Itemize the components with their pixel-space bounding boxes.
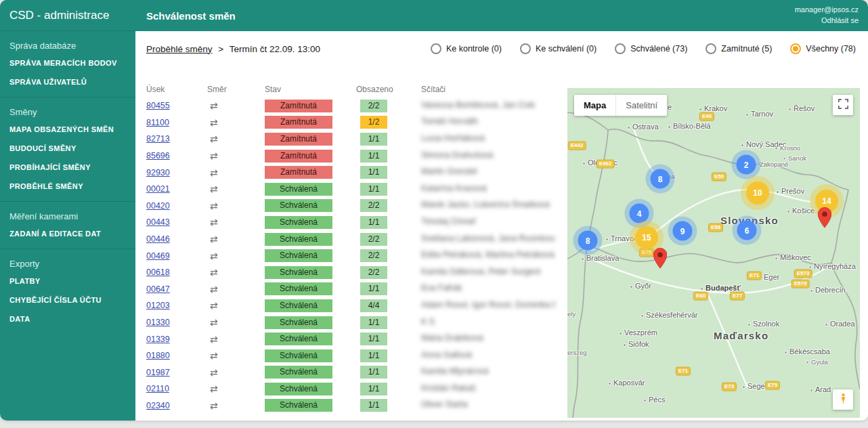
usek-link[interactable]: 01203 xyxy=(146,301,170,310)
status-badge: Schválená xyxy=(265,333,332,345)
road-badge: E40 xyxy=(699,112,714,121)
marker-cluster[interactable]: 15 xyxy=(635,226,658,249)
usek-link[interactable]: 92930 xyxy=(146,168,170,177)
table-row: 80455⇄Zamítnutá2/2Vanessa Bombicová, Jan… xyxy=(146,98,557,114)
usek-link[interactable]: 01339 xyxy=(146,335,170,344)
occupancy-badge: 1/1 xyxy=(360,282,387,295)
sidebar-item-spr-va-merac-ch-bodov[interactable]: SPRÁVA MERACÍCH BODOV xyxy=(0,53,135,72)
city-dot-icon xyxy=(623,343,626,347)
breadcrumb: Proběhlé směny > Termín čt 22.09. 13:00 xyxy=(146,44,320,54)
sidebar-item-chyb-j-c-sla-tu[interactable]: CHYBĚJÍCÍ ČÍSLA ÚČTU xyxy=(0,291,135,309)
marker-cluster[interactable]: 4 xyxy=(630,204,649,223)
fullscreen-button[interactable] xyxy=(833,95,853,115)
radio-icon xyxy=(431,43,441,54)
direction-both-icon: ⇄ xyxy=(207,184,218,194)
counters-names: Timotej Chmeľ xyxy=(421,217,476,226)
city-dot-icon xyxy=(825,323,828,326)
filter-radio-option[interactable]: Schválené (73) xyxy=(615,43,687,54)
radio-icon xyxy=(520,43,531,54)
logout-link[interactable]: Odhlásit se xyxy=(795,16,859,26)
sidebar-item-zadan-a-editace-dat[interactable]: ZADANÍ A EDITACE DAT xyxy=(0,224,135,243)
sidebar-item-prob-haj-c-sm-ny[interactable]: PROBÍHAJÍCÍ SMĚNY xyxy=(0,158,135,177)
map-tab-map[interactable]: Mapa xyxy=(574,95,615,116)
usek-link[interactable]: 00446 xyxy=(146,234,170,244)
occupancy-badge: 1/1 xyxy=(360,150,387,163)
occupancy-badge: 2/2 xyxy=(360,199,387,212)
counters-names: Katarína Krasová xyxy=(421,184,487,193)
map-pin-icon[interactable] xyxy=(818,207,831,231)
usek-link[interactable]: 01987 xyxy=(146,368,170,377)
usek-link[interactable]: 85696 xyxy=(146,151,170,160)
sidebar-item-mapa-obsazen-ch-sm-n[interactable]: MAPA OBSAZENÝCH SMĚN xyxy=(0,120,135,139)
marker-cluster[interactable]: 8 xyxy=(578,231,598,251)
map-city-label: Nyíregyháza xyxy=(808,262,856,270)
marker-cluster[interactable]: 6 xyxy=(737,221,757,240)
usek-link[interactable]: 00618 xyxy=(146,268,170,277)
city-dot-icon xyxy=(741,144,744,147)
direction-both-icon: ⇄ xyxy=(207,234,218,244)
city-dot-icon xyxy=(699,108,702,111)
city-dot-icon xyxy=(742,385,745,389)
direction-both-icon: ⇄ xyxy=(207,300,218,311)
marker-cluster[interactable]: 9 xyxy=(673,221,693,241)
sidebar-item-budouc-sm-ny[interactable]: BUDOUCÍ SMĚNY xyxy=(0,139,135,158)
filter-label: Ke kontrole (0) xyxy=(446,44,502,53)
breadcrumb-link[interactable]: Proběhlé směny xyxy=(146,44,213,54)
usek-link[interactable]: 00420 xyxy=(146,201,170,211)
usek-link[interactable]: 02340 xyxy=(146,401,170,410)
map-tab-satellite[interactable]: Satelitní xyxy=(615,95,667,116)
filter-radio-option[interactable]: Ke schválení (0) xyxy=(520,43,596,54)
usek-link[interactable]: 02110 xyxy=(146,384,169,393)
map-pin-icon[interactable] xyxy=(653,248,667,272)
usek-link[interactable]: 00021 xyxy=(146,184,170,194)
direction-both-icon: ⇄ xyxy=(207,133,218,144)
map-panel[interactable]: SlovenskoMaďarskoKatoviceKrakovTarnovŘeš… xyxy=(567,88,860,418)
marker-cluster[interactable]: 8 xyxy=(651,169,670,189)
city-dot-icon xyxy=(643,399,647,402)
sidebar-item-prob-hl-sm-ny[interactable]: PROBĚHLÉ SMĚNY xyxy=(0,177,135,196)
table-row: 00420⇄Schválená2/2Marek Jacko, Ľubomíra … xyxy=(146,198,557,215)
usek-link[interactable]: 00443 xyxy=(146,217,170,227)
usek-link[interactable]: 81100 xyxy=(146,118,169,127)
counters-names: Tomáš Horváth xyxy=(421,116,478,126)
map-city-label: Krosno xyxy=(775,144,800,152)
usek-link[interactable]: 00647 xyxy=(146,284,170,294)
usek-link[interactable]: 01330 xyxy=(146,318,170,327)
usek-link[interactable]: 00469 xyxy=(146,251,170,261)
occupancy-badge: 1/1 xyxy=(360,383,387,395)
map-city-label: ely xyxy=(567,310,576,318)
sidebar-item-data[interactable]: DATA xyxy=(0,309,135,328)
table-row: 00443⇄Schválená1/1Timotej Chmeľ xyxy=(146,214,557,231)
map-city-label: Győr xyxy=(630,282,651,290)
pegman-button[interactable] xyxy=(833,389,853,410)
status-badge: Zamítnutá xyxy=(265,116,332,129)
usek-link[interactable]: 80455 xyxy=(146,101,170,110)
city-dot-icon xyxy=(808,265,812,269)
filter-radio-option[interactable]: Všechny (78) xyxy=(790,43,856,54)
map-city-label: Kaposvár xyxy=(608,379,645,387)
road-badge: E579 xyxy=(791,280,810,288)
city-dot-icon xyxy=(787,210,790,213)
occupancy-badge: 1/1 xyxy=(360,316,387,329)
status-badge: Schválená xyxy=(265,199,332,212)
shift-table-body: 80455⇄Zamítnutá2/2Vanessa Bombicová, Jan… xyxy=(146,98,557,414)
city-dot-icon xyxy=(641,314,644,318)
status-badge: Schválená xyxy=(265,299,332,312)
road-badge: E442 xyxy=(568,142,586,150)
marker-cluster[interactable]: 2 xyxy=(737,155,756,175)
marker-cluster[interactable]: 10 xyxy=(746,181,769,205)
status-badge: Schválená xyxy=(265,383,332,395)
filter-radio-option[interactable]: Zamítnuté (5) xyxy=(706,43,772,54)
sidebar-item-spr-va-u-ivatel-[interactable]: SPRÁVA UŽIVATELŮ xyxy=(0,72,135,91)
counters-names: Anna Gallová xyxy=(421,350,472,360)
sidebar-item-platby[interactable]: PLATBY xyxy=(0,272,135,291)
map-city-label: Bílsko-Bělá xyxy=(668,122,711,130)
breadcrumb-separator: > xyxy=(218,44,223,54)
usek-link[interactable]: 01880 xyxy=(146,351,170,360)
map-city-label: Prešov xyxy=(776,187,804,195)
usek-link[interactable]: 82713 xyxy=(146,134,170,144)
map-city-label: Košice xyxy=(787,207,815,215)
city-dot-icon xyxy=(582,162,586,165)
column-header: Stav xyxy=(265,81,356,98)
filter-radio-option[interactable]: Ke kontrole (0) xyxy=(431,43,502,54)
